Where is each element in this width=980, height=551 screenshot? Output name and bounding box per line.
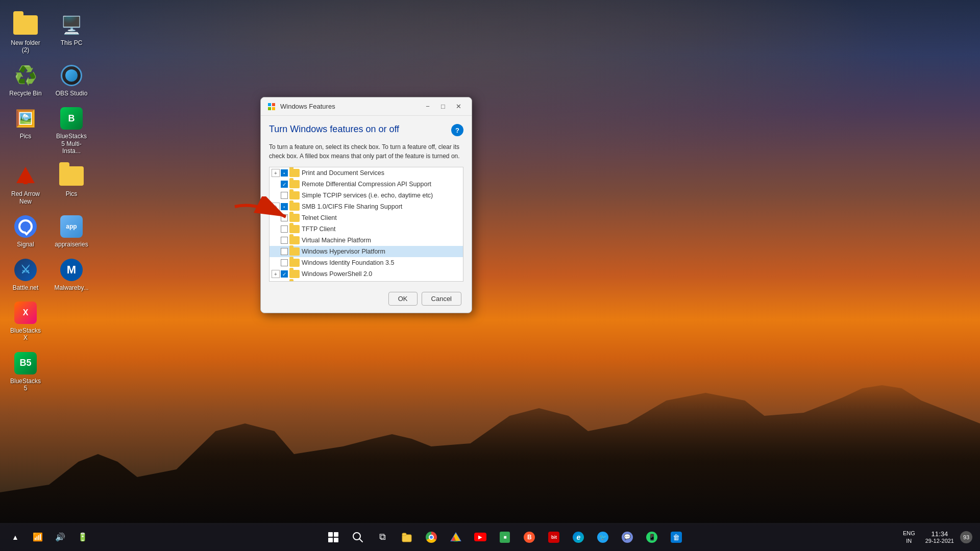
windows-features-dialog[interactable]: Windows Features − □ ✕ Turn Windows feat… [260, 97, 472, 313]
checkbox-telnet[interactable] [281, 214, 288, 221]
win11-start-icon [328, 532, 338, 542]
feature-item-windows-process[interactable]: + Windows Process Activation Service [270, 280, 463, 282]
icon-label: Signal [17, 241, 34, 248]
task-view-button[interactable]: ⧉ [372, 527, 393, 547]
signal-icon [13, 214, 38, 239]
feature-item-windows-identity[interactable]: Windows Identity Foundation 3.5 [270, 257, 463, 268]
minimize-button[interactable]: − [421, 101, 435, 112]
feature-item-tftp[interactable]: TFTP Client [270, 223, 463, 235]
dialog-title-left: Windows Features [267, 102, 335, 111]
feature-label-print-doc: Print and Document Services [302, 169, 384, 177]
show-hidden-icons-button[interactable]: ▲ [5, 527, 26, 547]
feature-label-whp: Windows Hypervisor Platform [302, 248, 385, 255]
checkbox-remote-diff[interactable]: ✓ [281, 181, 288, 188]
feature-item-remote-diff[interactable]: ✓ Remote Differential Compression API Su… [270, 179, 463, 190]
language-text: ENG [903, 530, 915, 537]
edge-button[interactable]: e [568, 527, 589, 547]
no-expand-tftp [272, 225, 280, 233]
expand-powershell[interactable]: + [272, 270, 280, 278]
desktop-icon-signal[interactable]: Signal [5, 212, 46, 251]
feature-item-simple-tcpip[interactable]: Simple TCPIP services (i.e. echo, daytim… [270, 190, 463, 201]
expand-wpas[interactable]: + [272, 281, 280, 282]
svg-line-8 [359, 539, 362, 542]
language-indicator[interactable]: ENG IN [903, 530, 915, 544]
twitter-button[interactable]: 🐦 [593, 527, 613, 547]
feature-label-powershell: Windows PowerShell 2.0 [302, 270, 372, 278]
icon-label: Pics [20, 133, 32, 140]
icon-label: BlueStacks 5 Multi-Insta... [54, 133, 89, 155]
checkbox-vmp[interactable] [281, 237, 288, 244]
checkbox-powershell[interactable]: ✓ [281, 270, 288, 278]
checkbox-tftp[interactable] [281, 226, 288, 233]
help-button[interactable]: ? [451, 124, 463, 136]
desktop-icon-recycle-bin[interactable]: ♻️ Recycle Bin [5, 61, 46, 99]
checkbox-smb[interactable]: ▪ [281, 203, 288, 210]
battery-icon[interactable]: 🔋 [72, 527, 93, 547]
feature-item-windows-powershell[interactable]: + ✓ Windows PowerShell 2.0 [270, 268, 463, 280]
desktop-icon-battlenet[interactable]: ⚔ Battle.net [5, 255, 46, 294]
no-expand-wif [272, 259, 280, 267]
cancel-button[interactable]: Cancel [422, 292, 461, 306]
region-text: IN [906, 537, 912, 544]
google-drive-button[interactable] [446, 527, 466, 547]
pics2-icon [59, 164, 84, 188]
no-expand-telnet [272, 214, 280, 222]
checkbox-simple-tcpip[interactable] [281, 192, 288, 199]
folder-telnet [289, 214, 300, 222]
feature-item-print-doc[interactable]: + ▪ Print and Document Services [270, 167, 463, 179]
icon-label: Malwareby... [54, 284, 88, 291]
desktop-icon-new-folder[interactable]: New folder (2) [5, 10, 46, 57]
icon-label: Recycle Bin [9, 90, 41, 97]
ok-button[interactable]: OK [388, 292, 418, 306]
volume-icon[interactable]: 🔊 [50, 527, 70, 547]
dialog-titlebar: Windows Features − □ ✕ [261, 97, 472, 116]
checkbox-whp[interactable] [281, 248, 288, 255]
feature-item-virtual-machine[interactable]: Virtual Machine Platform [270, 235, 463, 246]
svg-rect-4 [272, 103, 275, 106]
checkbox-wif[interactable] [281, 259, 288, 266]
windows-security-button[interactable]: 🗑 [666, 527, 687, 547]
desktop-icon-appraiseries[interactable]: app appraiseries [51, 212, 92, 251]
feature-label-vmp: Virtual Machine Platform [302, 237, 371, 244]
clock-area[interactable]: 11:34 29-12-2021 [922, 529, 957, 545]
desktop-icon-bluestacksx[interactable]: X BlueStacks X [5, 298, 46, 344]
brave-button[interactable]: B [519, 527, 540, 547]
folder-remote-diff [289, 180, 300, 188]
google-sheets-button[interactable]: ■ [495, 527, 515, 547]
feature-label-tftp: TFTP Client [302, 226, 335, 233]
whatsapp-button[interactable]: 📱 [642, 527, 662, 547]
notification-button[interactable]: 93 [960, 531, 972, 543]
desktop-icon-obs-studio[interactable]: OBS Studio [51, 61, 92, 99]
feature-item-windows-hypervisor[interactable]: Windows Hypervisor Platform [270, 246, 463, 257]
pics-icon: 🖼️ [13, 106, 38, 131]
start-button[interactable] [323, 527, 344, 547]
battlenet-icon: ⚔ [13, 258, 38, 282]
expand-smb[interactable]: + [272, 203, 280, 211]
maximize-button[interactable]: □ [436, 101, 450, 112]
feature-item-telnet[interactable]: Telnet Client [270, 212, 463, 223]
feature-item-smb[interactable]: + ▪ SMB 1.0/CIFS File Sharing Support [270, 201, 463, 212]
desktop-icon-pics[interactable]: 🖼️ Pics [5, 104, 46, 157]
desktop-icon-this-pc[interactable]: 🖥️ This PC [51, 10, 92, 57]
dialog-header: Turn Windows features on or off ? [269, 124, 463, 136]
folder-smb [289, 203, 300, 211]
feature-list-container[interactable]: + ▪ Print and Document Services ✓ Remote… [269, 167, 463, 282]
desktop-icon-malwarebytes[interactable]: M Malwareby... [51, 255, 92, 294]
desktop-icon-bluestacks5[interactable]: B BlueStacks 5 Multi-Insta... [51, 104, 92, 157]
search-button[interactable] [348, 527, 368, 547]
desktop-icon-red-arrow-new[interactable]: Red Arrow New [5, 161, 46, 208]
wifi-icon[interactable]: 📶 [28, 527, 48, 547]
folder-print-doc [289, 169, 300, 177]
desktop-icon-bluestacks5b[interactable]: B5 BlueStacks 5 [5, 348, 46, 395]
chrome-button[interactable] [421, 527, 442, 547]
monitor-icon: 🖥️ [59, 13, 84, 37]
close-button[interactable]: ✕ [451, 101, 465, 112]
desktop-icon-pics2[interactable]: Pics [51, 161, 92, 208]
bitdefender-button[interactable]: bit [544, 527, 564, 547]
checkbox-print-doc[interactable]: ▪ [281, 169, 288, 177]
file-explorer-button[interactable] [397, 527, 417, 547]
discord-button[interactable]: 💬 [617, 527, 638, 547]
expand-print-doc[interactable]: + [272, 169, 280, 177]
youtube-button[interactable]: ▶ [470, 527, 491, 547]
obs-icon [59, 63, 84, 88]
